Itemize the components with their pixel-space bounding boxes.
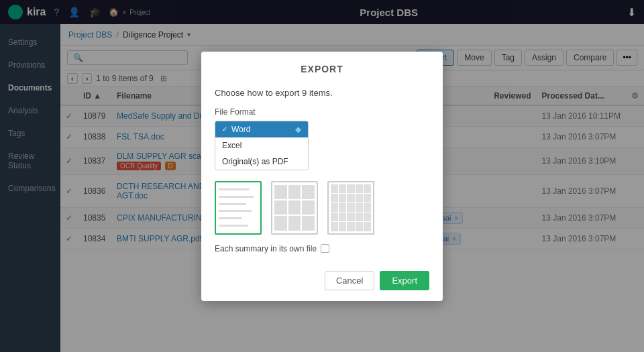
preview-grid1[interactable]: [271, 181, 318, 235]
format-dropdown: ✓ Word ◆ Excel Original(s) as PDF: [215, 121, 309, 170]
each-summary-row: Each summary in its own file: [215, 244, 429, 253]
preview-grid2-img: [327, 181, 374, 235]
modal-overlay: EXPORT Choose how to export 9 items. Fil…: [0, 0, 644, 352]
format-option-excel[interactable]: Excel: [215, 137, 308, 154]
dropdown-box: ✓ Word ◆ Excel Original(s) as PDF: [215, 121, 309, 170]
modal-title: EXPORT: [201, 52, 443, 81]
modal-body: Choose how to export 9 items. File Forma…: [201, 81, 443, 264]
cancel-button[interactable]: Cancel: [325, 271, 374, 290]
format-label-pdf: Original(s) as PDF: [222, 157, 288, 166]
export-confirm-button[interactable]: Export: [380, 271, 429, 290]
preview-section: [215, 181, 429, 235]
format-option-pdf[interactable]: Original(s) as PDF: [215, 154, 308, 170]
preview-summary[interactable]: [215, 181, 262, 235]
modal-footer: Cancel Export: [201, 264, 443, 301]
preview-grid1-img: [271, 181, 318, 235]
format-option-word[interactable]: ✓ Word ◆: [215, 121, 308, 137]
preview-grid2[interactable]: [327, 181, 374, 235]
check-icon: ✓: [222, 125, 227, 133]
export-modal: EXPORT Choose how to export 9 items. Fil…: [201, 52, 443, 301]
file-format-label: File Format: [215, 107, 429, 117]
format-label-excel: Excel: [222, 141, 241, 150]
each-summary-checkbox[interactable]: [321, 244, 329, 253]
each-summary-label: Each summary in its own file: [215, 244, 317, 253]
modal-description: Choose how to export 9 items.: [215, 88, 429, 98]
dropdown-caret-icon: ◆: [295, 125, 301, 134]
preview-summary-img: [215, 181, 262, 235]
format-label-word: Word: [231, 125, 250, 134]
